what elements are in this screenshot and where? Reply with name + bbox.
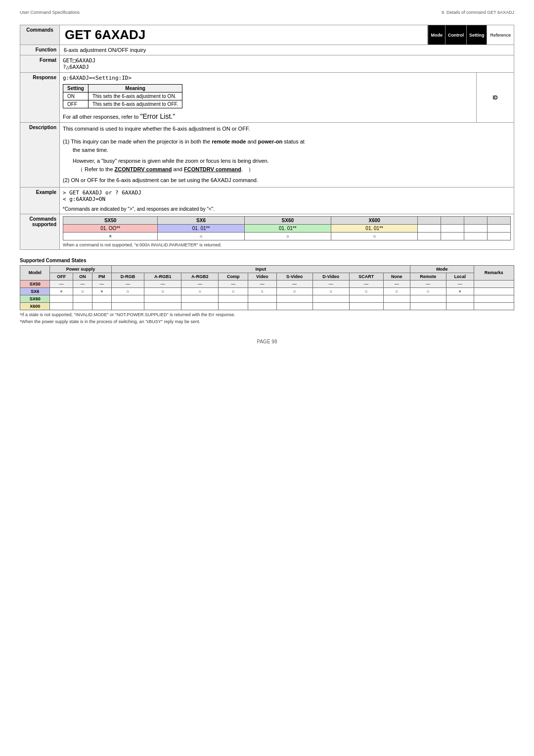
sx60-comp	[219, 295, 248, 302]
description-content: This command is used to inquire whether …	[60, 123, 514, 188]
x600-none	[383, 302, 410, 310]
empty-val2	[441, 224, 464, 232]
sx6-row: SX6 × ○ × ○ ○ ○ ○ ○ ○ ○ ○ ○ ○ ×	[20, 287, 514, 295]
sx6-local: ×	[446, 287, 474, 295]
example-line3: *Commands are indicated by ">", and resp…	[63, 206, 511, 212]
page-number: PAGE 98	[257, 339, 277, 344]
zcontdrv-ref: ZCONTDRV command	[115, 166, 172, 172]
sx6-remarks	[474, 287, 514, 295]
x600-off	[50, 302, 73, 310]
x600-argb1	[144, 302, 181, 310]
dvideo-header: D-Video	[312, 273, 349, 280]
format-label: Format	[20, 55, 60, 73]
sx60-remarks	[474, 295, 514, 302]
setting-col-header: Setting	[63, 85, 89, 93]
sx50-none: —	[383, 280, 410, 287]
sx50-row: SX50 — — — — — — — — — — — — — —	[20, 280, 514, 287]
response-label: Response	[20, 73, 60, 123]
sx60-argb2	[181, 295, 219, 302]
sx50-symbol: ×	[63, 232, 158, 240]
sx6-col: SX6	[158, 216, 244, 224]
argb2-header: A-RGB2	[181, 273, 219, 280]
supported-note: When a command is not supported, "e:000A…	[63, 242, 511, 247]
sx60-pm	[92, 295, 111, 302]
desc-text5: (2) ON or OFF for the 6-axis adjustment …	[63, 176, 511, 185]
x600-version: 01. 01**	[331, 224, 418, 232]
sx6-off: ×	[50, 287, 73, 295]
x600-remote	[410, 302, 446, 310]
fcontdrv-ref: FCONTDRV command	[184, 166, 241, 172]
sx60-argb1	[144, 295, 181, 302]
commands-supported-content: SX50 SX6 SX60 X600 01. OO** 01. 01** 01.…	[60, 214, 514, 249]
sx6-argb1: ○	[144, 287, 181, 295]
response-content: g:6AXADJ=<Setting:ID> Setting Meaning ON…	[60, 73, 477, 123]
empty-col1	[418, 216, 441, 224]
sx50-version: 01. OO**	[63, 224, 158, 232]
x600-svideo	[276, 302, 312, 310]
sx6-scart: ○	[349, 287, 383, 295]
command-title-row: Commands GET 6AXADJ Mode Control Setting…	[20, 25, 514, 45]
sx60-svideo	[276, 295, 312, 302]
empty-sym3	[464, 232, 488, 240]
x600-video	[248, 302, 277, 310]
commands-label: Commands	[20, 25, 60, 45]
example-line1: > GET 6AXADJ or ? 6AXADJ	[63, 189, 511, 196]
sx6-video: ○	[248, 287, 277, 295]
comp-header: Comp	[219, 273, 248, 280]
on-header: ON	[73, 273, 92, 280]
sx60-symbol: ○	[244, 232, 331, 240]
function-row: Function 6-axis adjustment ON/OFF inquir…	[20, 45, 514, 55]
sx6-on: ○	[73, 287, 92, 295]
format-line2: ?△6AXADJ	[63, 64, 511, 70]
off-setting: OFF	[63, 100, 89, 108]
sx50-on: —	[73, 280, 92, 287]
x600-on	[73, 302, 92, 310]
x600-row: X600	[20, 302, 514, 310]
error-note-text: For all other responses, refer to	[63, 114, 140, 120]
example-row: Example > GET 6AXADJ or ? 6AXADJ < g:6AX…	[20, 187, 514, 214]
input-header: Input	[111, 265, 410, 273]
sx50-comp: —	[219, 280, 248, 287]
sx50-dvideo: —	[312, 280, 349, 287]
empty-col4	[488, 216, 511, 224]
empty-val3	[464, 224, 488, 232]
sx60-model: SX60	[20, 295, 50, 302]
mode-header: Mode	[428, 25, 445, 45]
power-on-bold: power-on	[258, 139, 283, 144]
sx60-video	[248, 295, 277, 302]
sx6-model: SX6	[20, 287, 50, 295]
sx60-remote	[410, 295, 446, 302]
off-header: OFF	[50, 273, 73, 280]
sx6-drgb: ○	[111, 287, 144, 295]
remote-mode-bold: remote mode	[212, 139, 246, 144]
svideo-header: S-Video	[276, 273, 312, 280]
sx60-drgb	[111, 295, 144, 302]
desc-text1: This command is used to inquire whether …	[63, 125, 511, 134]
video-header: Video	[248, 273, 277, 280]
sx60-col: SX60	[244, 216, 331, 224]
format-content: GET□6AXADJ ?△6AXADJ	[60, 55, 514, 73]
id-label: ID	[477, 73, 514, 123]
sx6-svideo: ○	[276, 287, 312, 295]
sx6-remote: ○	[410, 287, 446, 295]
commands-supported-row: Commands supported SX50 SX6 SX60 X600 01…	[20, 214, 514, 249]
remote-header: Remote	[410, 273, 446, 280]
supported-table: SX50 SX6 SX60 X600 01. OO** 01. 01** 01.…	[63, 216, 511, 240]
pm-header: PM	[92, 273, 111, 280]
header-left: User Command Specifications	[20, 10, 80, 15]
function-label: Function	[20, 45, 60, 55]
x600-argb2	[181, 302, 219, 310]
header-right: 9. Details of command GET 6AXADJ	[442, 10, 514, 15]
sx60-off	[50, 295, 73, 302]
x600-remarks	[474, 302, 514, 310]
desc-text3: However, a "busy" response is given whil…	[63, 157, 511, 166]
sx60-on	[73, 295, 92, 302]
format-line1: GET□6AXADJ	[63, 57, 511, 64]
sx50-svideo: —	[276, 280, 312, 287]
x600-col: X600	[331, 216, 418, 224]
main-command-table: Commands GET 6AXADJ Mode Control Setting…	[20, 25, 514, 250]
model-header: Model	[20, 265, 50, 280]
x600-comp	[219, 302, 248, 310]
states-table: Model Power supply Input Mode Remarks OF…	[20, 265, 514, 310]
sx50-video: —	[248, 280, 277, 287]
